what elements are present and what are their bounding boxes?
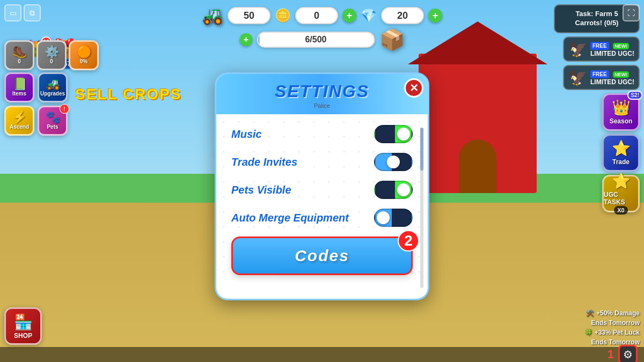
trade-invites-toggle-knob [387,156,400,168]
music-toggle-knob [397,128,410,141]
pets-visible-toggle-knob [397,183,410,196]
trade-invites-label: Trade Invites [231,156,297,168]
music-setting-row: Music [231,125,413,143]
pets-visible-setting-row: Pets Visible [231,181,413,199]
settings-scroll-thumb [420,128,423,171]
codes-button[interactable]: Codes [231,237,413,275]
trade-invites-toggle[interactable] [374,153,413,171]
settings-title: SETTINGS [227,82,417,101]
music-toggle[interactable] [374,125,413,143]
trade-invites-setting-row: Trade Invites [231,153,413,171]
music-label: Music [231,128,262,141]
settings-subtitle: Palice [227,102,417,109]
modal-overlay: SETTINGS Palice ✕ Music Trade Invites [0,0,644,362]
settings-scrollbar[interactable] [420,128,423,288]
pets-visible-toggle[interactable] [374,181,413,199]
auto-merge-label: Auto Merge Equipment [231,212,349,224]
auto-merge-toggle[interactable] [374,209,413,227]
codes-button-wrap: Codes 2 [231,237,413,275]
settings-modal: SETTINGS Palice ✕ Music Trade Invites [215,72,429,300]
settings-header: SETTINGS Palice ✕ [216,74,428,114]
pets-visible-label: Pets Visible [231,184,291,196]
settings-body: Music Trade Invites Pets Visible [216,114,428,286]
auto-merge-toggle-knob [377,211,390,224]
auto-merge-setting-row: Auto Merge Equipment [231,209,413,227]
codes-badge: 2 [398,230,419,252]
close-button[interactable]: ✕ [404,78,423,98]
